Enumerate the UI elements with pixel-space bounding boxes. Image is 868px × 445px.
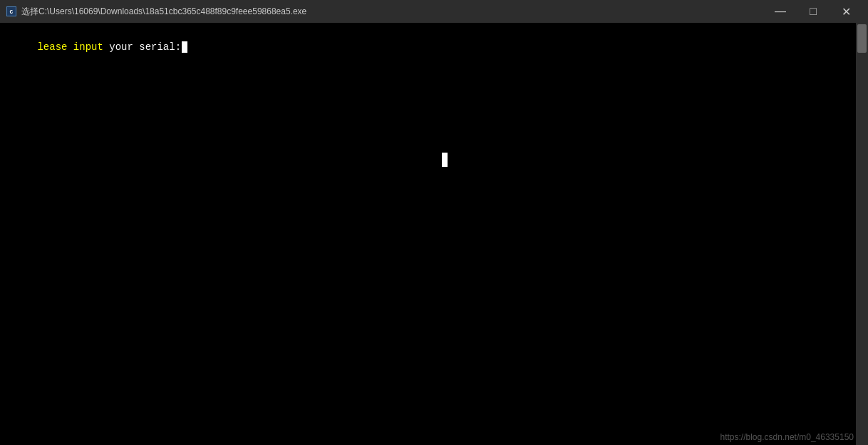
window-title: 选择C:\Users\16069\Downloads\18a51cbc365c4… <box>21 6 764 18</box>
watermark-url: https://blog.csdn.net/m0_46335150 <box>720 432 854 442</box>
terminal-wrapper: lease input your serial: <box>0 23 868 445</box>
scrollbar[interactable] <box>856 23 868 445</box>
prompt-lease: lease <box>37 41 73 53</box>
minimize-button[interactable]: — <box>764 0 797 23</box>
prompt-rest: your serial: <box>103 41 181 53</box>
cmd-icon-symbol: C <box>6 6 16 16</box>
center-cursor <box>442 153 448 167</box>
title-bar: C 选择C:\Users\16069\Downloads\18a51cbc365… <box>0 0 868 23</box>
prompt-input: input <box>73 41 103 53</box>
close-button[interactable]: ✕ <box>830 0 862 23</box>
window-controls: — □ ✕ <box>764 0 862 23</box>
input-cursor <box>182 41 187 53</box>
scrollbar-thumb[interactable] <box>857 24 867 53</box>
terminal-content[interactable]: lease input your serial: <box>0 23 856 445</box>
app-icon: C <box>6 6 17 17</box>
maximize-button[interactable]: □ <box>797 0 830 23</box>
prompt-line: lease input your serial: <box>1 26 854 68</box>
